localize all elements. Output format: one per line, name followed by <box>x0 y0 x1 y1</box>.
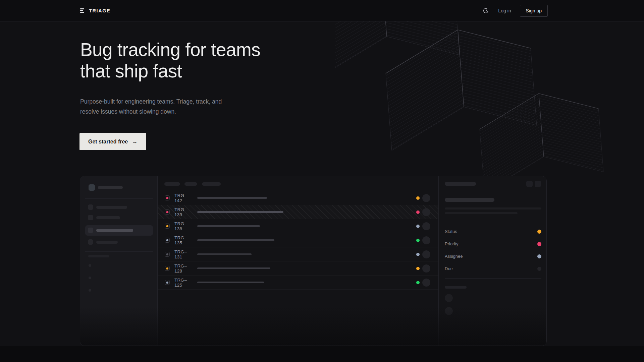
hero-heading-line2: that ship fast <box>80 61 182 81</box>
issue-id: TRG–125 <box>174 278 192 288</box>
login-link[interactable]: Log in <box>498 8 511 13</box>
brand-name: TRIAGE <box>89 8 110 13</box>
issue-row-meta <box>416 264 430 273</box>
list-tab-skeleton[interactable] <box>202 182 221 186</box>
list-header <box>158 176 438 191</box>
description-line-skeleton <box>445 207 541 209</box>
assignee-avatar <box>422 264 430 273</box>
sidebar-item-icon <box>88 239 93 245</box>
landing-page: TRIAGE Log in Sign up Bug tracking for t… <box>0 0 644 362</box>
issue-type-icon <box>165 224 170 229</box>
sidebar-item-label-skeleton <box>96 241 118 244</box>
issue-title-skeleton <box>445 198 494 202</box>
issue-title-skeleton <box>197 197 267 199</box>
workspace-icon[interactable] <box>89 184 95 191</box>
issue-id: TRG–142 <box>174 193 192 203</box>
sidebar-item-label-skeleton <box>96 206 127 209</box>
mockup-sidebar <box>80 176 158 346</box>
panel-header <box>439 176 547 191</box>
issue-type-icon <box>165 209 170 215</box>
sidebar-divider <box>85 251 153 252</box>
panel-divider <box>445 278 541 279</box>
field-value-dot <box>537 267 541 271</box>
hero-heading-line1: Bug tracking for teams <box>80 39 260 60</box>
issue-row[interactable]: TRG–128 <box>158 261 438 276</box>
issue-row-meta <box>416 279 430 287</box>
detail-fields: Status Priority Assignee Due <box>445 225 541 275</box>
issue-row-meta <box>416 250 430 258</box>
detail-field-row[interactable]: Assignee <box>445 250 541 262</box>
status-dot <box>416 281 420 284</box>
signup-button[interactable]: Sign up <box>520 5 548 17</box>
issue-row[interactable]: TRG–142 <box>158 191 438 205</box>
workspace-name-skeleton <box>98 186 123 189</box>
sidebar-item-label-skeleton <box>96 229 133 232</box>
status-dot <box>416 253 420 256</box>
issue-row[interactable]: TRG–135 <box>158 233 438 247</box>
issue-row-meta <box>416 194 430 202</box>
activity-avatar <box>445 294 453 302</box>
wireframe-ribbons-decoration <box>335 21 604 179</box>
issue-id: TRG–128 <box>174 263 192 274</box>
sidebar-item-2[interactable] <box>85 213 153 223</box>
field-value-dot <box>537 230 541 234</box>
issue-title-skeleton <box>197 253 252 255</box>
triage-logo-icon <box>80 8 85 13</box>
field-label: Assignee <box>445 254 463 259</box>
status-dot <box>416 239 420 242</box>
footer-band <box>0 346 644 362</box>
sidebar-item-3-active[interactable] <box>85 225 153 236</box>
panel-action-button[interactable] <box>526 181 533 187</box>
field-label: Priority <box>445 241 458 246</box>
issue-type-icon <box>165 238 170 243</box>
issue-row[interactable]: TRG–138 <box>158 219 438 233</box>
theme-toggle-button[interactable] <box>482 7 489 14</box>
issue-type-icon <box>165 266 170 271</box>
brand-logo[interactable]: TRIAGE <box>80 8 110 13</box>
panel-action-button[interactable] <box>535 181 541 187</box>
issue-title-skeleton <box>197 282 264 283</box>
sidebar-item-label-skeleton <box>96 216 120 219</box>
field-value-dot <box>537 254 541 258</box>
detail-field-row[interactable]: Status <box>445 225 541 238</box>
list-tab-skeleton[interactable] <box>164 182 180 186</box>
panel-header-skeleton <box>445 182 476 186</box>
hero-heading: Bug tracking for teamsthat ship fast <box>80 39 260 82</box>
issue-id: TRG–138 <box>174 221 192 231</box>
issue-detail-panel: Status Priority Assignee Due <box>438 176 547 346</box>
sidebar-divider <box>85 198 153 199</box>
status-dot <box>416 225 420 228</box>
hero-subtitle: Purpose-built for engineering teams. Tri… <box>80 97 241 117</box>
app-mockup-card: TRG–142 TRG–139 TRG–138 TRG–135 <box>80 176 547 346</box>
field-label: Status <box>445 229 457 234</box>
sidebar-bullet[interactable] <box>89 264 91 267</box>
status-dot <box>416 196 420 200</box>
issue-row-meta <box>416 222 430 230</box>
issue-row[interactable]: TRG–125 <box>158 276 438 290</box>
issue-id: TRG–131 <box>174 249 192 259</box>
detail-field-row[interactable]: Priority <box>445 238 541 250</box>
activity-label-skeleton <box>445 286 467 289</box>
issue-row[interactable]: TRG–131 <box>158 247 438 261</box>
sidebar-item-4[interactable] <box>85 237 153 247</box>
issue-id: TRG–135 <box>174 235 192 245</box>
top-navbar: TRIAGE Log in Sign up <box>0 0 644 21</box>
assignee-avatar <box>422 194 430 202</box>
issue-row-meta <box>416 236 430 244</box>
sidebar-item-icon <box>88 215 93 220</box>
assignee-avatar <box>422 279 430 287</box>
assignee-avatar <box>422 250 430 258</box>
detail-field-row[interactable]: Due <box>445 262 541 275</box>
get-started-button[interactable]: Get started free → <box>79 133 146 150</box>
status-dot <box>416 267 420 270</box>
sidebar-bullet[interactable] <box>89 277 91 279</box>
status-dot <box>416 210 420 214</box>
issue-rows: TRG–142 TRG–139 TRG–138 TRG–135 <box>158 191 438 290</box>
activity-avatar <box>445 307 453 315</box>
list-tab-skeleton[interactable] <box>184 182 197 186</box>
sidebar-section-skeleton <box>88 255 109 257</box>
assignee-avatar <box>422 222 430 230</box>
issue-row[interactable]: TRG–139 <box>158 205 438 219</box>
sidebar-bullet[interactable] <box>89 289 91 292</box>
sidebar-item-1[interactable] <box>85 202 153 213</box>
